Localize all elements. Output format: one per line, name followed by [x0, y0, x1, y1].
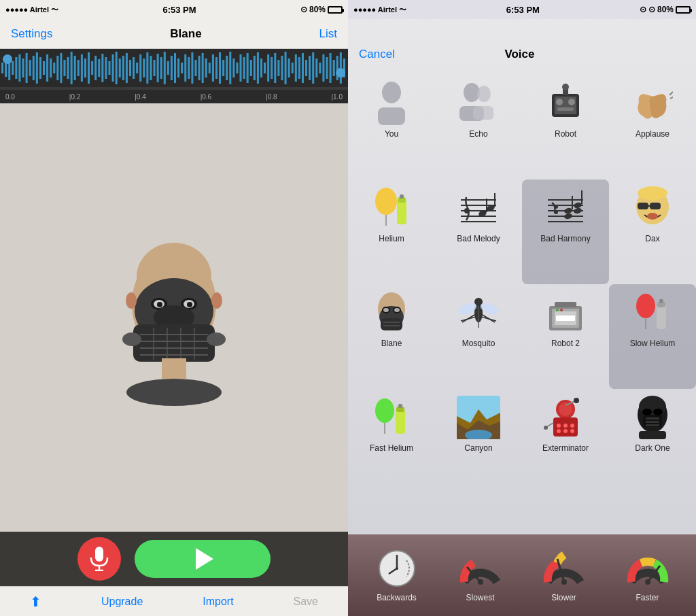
- settings-button[interactable]: Settings: [11, 27, 52, 41]
- upgrade-button[interactable]: Upgrade: [101, 596, 143, 608]
- svg-rect-35: [119, 58, 121, 78]
- svg-point-120: [122, 332, 141, 346]
- you-icon: [370, 82, 413, 125]
- svg-point-249: [645, 579, 650, 585]
- svg-point-166: [563, 207, 573, 215]
- svg-rect-205: [657, 305, 666, 329]
- voice-item-applause[interactable]: Applause: [609, 75, 696, 179]
- svg-rect-72: [247, 53, 249, 83]
- svg-line-142: [669, 92, 673, 95]
- svg-rect-13: [43, 61, 45, 75]
- svg-rect-96: [330, 53, 332, 83]
- voice-item-bad-harmony[interactable]: Bad Harmony: [522, 179, 609, 284]
- cancel-button[interactable]: Cancel: [359, 48, 395, 61]
- svg-rect-78: [267, 54, 269, 82]
- svg-rect-10: [33, 56, 35, 80]
- slowest-label: Slowest: [466, 593, 494, 602]
- voice-item-fast-helium[interactable]: Fast Helium: [348, 389, 435, 494]
- svg-rect-202: [555, 302, 576, 307]
- svg-rect-41: [139, 54, 141, 82]
- svg-rect-184: [381, 318, 402, 330]
- battery-right: ⊙ ⊙ 80%: [640, 5, 691, 14]
- svg-rect-21: [71, 52, 73, 84]
- voice-item-exterminator[interactable]: Exterminator: [522, 389, 609, 494]
- record-button[interactable]: [77, 537, 121, 581]
- svg-rect-55: [188, 57, 190, 79]
- svg-point-223: [544, 426, 548, 430]
- svg-rect-26: [88, 52, 90, 84]
- backwards-icon: [372, 548, 421, 589]
- svg-point-227: [557, 429, 561, 433]
- svg-rect-16: [53, 63, 55, 73]
- save-button[interactable]: Save: [294, 596, 318, 608]
- ruler-marks: 0.0 |0.2 |0.4 |0.6 |0.8 |1.0: [3, 93, 345, 101]
- voice-item-slow-helium[interactable]: Slow Helium: [609, 284, 696, 389]
- svg-rect-17: [56, 56, 58, 80]
- svg-rect-40: [136, 63, 138, 73]
- waveform-area[interactable]: 0.0 |0.2 |0.4 |0.6 |0.8 |1.0: [0, 49, 348, 103]
- voice-item-blane[interactable]: Blane: [348, 284, 435, 389]
- svg-rect-83: [285, 52, 287, 84]
- dark-one-icon: [631, 396, 674, 439]
- svg-rect-77: [264, 63, 266, 73]
- voice-item-echo[interactable]: Echo: [435, 75, 522, 179]
- share-button[interactable]: ⬆: [30, 594, 41, 610]
- bottom-bar-left: ⬆ Upgrade Import Save: [0, 586, 348, 616]
- voice-grid: You Echo: [348, 68, 696, 534]
- import-button[interactable]: Import: [203, 596, 233, 608]
- speed-item-slowest[interactable]: Slowest: [456, 548, 505, 602]
- svg-rect-9: [29, 60, 31, 76]
- voice-item-helium[interactable]: Helium: [348, 179, 435, 284]
- voice-item-dark-one[interactable]: Dark One: [609, 389, 696, 494]
- voice-item-canyon[interactable]: Canyon: [435, 389, 522, 494]
- svg-rect-6: [18, 54, 20, 82]
- bad-harmony-icon: [544, 186, 587, 230]
- mosquito-icon: [457, 291, 500, 335]
- svg-point-224: [557, 424, 561, 428]
- svg-rect-60: [205, 58, 207, 78]
- svg-rect-74: [254, 56, 256, 80]
- waveform-handle-left[interactable]: [3, 54, 12, 64]
- voice-item-you[interactable]: You: [348, 75, 435, 179]
- svg-rect-80: [274, 53, 276, 83]
- svg-rect-33: [112, 54, 114, 82]
- svg-rect-93: [319, 63, 321, 73]
- svg-rect-54: [184, 54, 186, 82]
- svg-rect-239: [639, 431, 666, 439]
- play-button[interactable]: [135, 540, 271, 578]
- svg-rect-14: [46, 54, 48, 82]
- voice-item-dax[interactable]: Dax: [609, 179, 696, 284]
- faster-label: Faster: [636, 593, 659, 602]
- svg-rect-22: [74, 56, 76, 80]
- svg-rect-233: [646, 417, 659, 420]
- svg-point-170: [573, 207, 582, 215]
- svg-rect-175: [650, 203, 661, 209]
- canyon-label: Canyon: [464, 443, 492, 453]
- svg-rect-56: [191, 52, 193, 84]
- list-button[interactable]: List: [319, 27, 337, 41]
- svg-point-201: [560, 309, 563, 311]
- applause-label: Applause: [636, 129, 669, 139]
- svg-rect-27: [91, 61, 93, 75]
- speed-item-faster[interactable]: Faster: [623, 548, 672, 602]
- svg-rect-57: [194, 60, 196, 76]
- svg-point-182: [383, 308, 389, 312]
- speed-item-backwards[interactable]: Backwards: [372, 548, 421, 602]
- voice-item-mosquito[interactable]: Mosquito: [435, 284, 522, 389]
- svg-rect-1: [1, 63, 3, 73]
- svg-rect-75: [257, 52, 259, 84]
- voice-item-bad-melody[interactable]: Bad Melody: [435, 179, 522, 284]
- svg-rect-29: [98, 59, 100, 77]
- svg-point-228: [563, 429, 568, 433]
- svg-point-177: [647, 213, 658, 220]
- waveform-handle-right[interactable]: [336, 68, 345, 78]
- voice-item-robot[interactable]: Robot: [522, 75, 609, 179]
- svg-rect-46: [157, 54, 159, 82]
- echo-label: Echo: [469, 129, 487, 139]
- helium-label: Helium: [379, 234, 404, 243]
- svg-rect-62: [212, 54, 214, 82]
- speed-item-slower[interactable]: Slower: [540, 548, 589, 602]
- svg-point-133: [477, 86, 491, 102]
- svg-rect-66: [226, 56, 228, 80]
- voice-item-robot2[interactable]: Robot 2: [522, 284, 609, 389]
